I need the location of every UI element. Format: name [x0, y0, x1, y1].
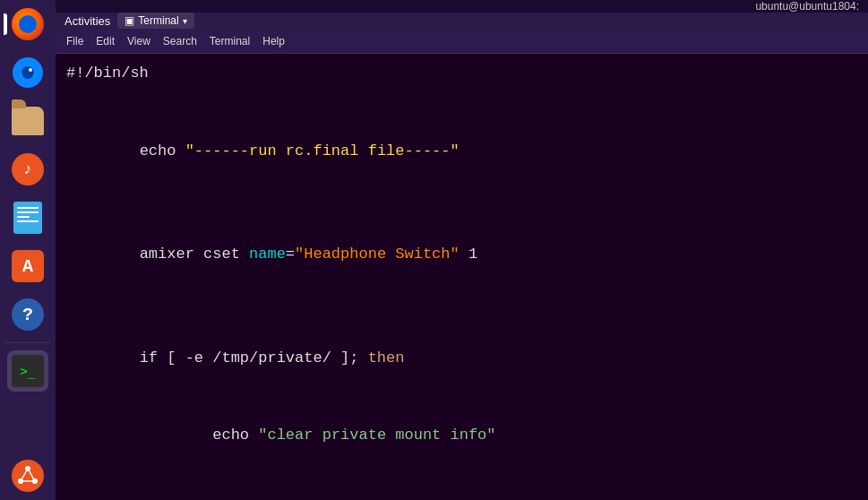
firefox-icon — [12, 8, 44, 40]
menu-view[interactable]: View — [124, 33, 154, 49]
terminal-menubar: File Edit View Search Terminal Help — [56, 29, 868, 54]
menu-search[interactable]: Search — [159, 33, 201, 49]
then-keyword: then — [368, 349, 405, 366]
svg-point-1 — [21, 66, 34, 79]
code-line-6 — [66, 294, 857, 320]
terminal-body[interactable]: #!/bin/sh echo "------run rc.final file-… — [56, 54, 868, 500]
if-text: if [ -e /tmp/private/ ]; — [140, 349, 368, 366]
amixer-text: amixer cset — [140, 246, 249, 263]
num-1: 1 — [460, 246, 477, 263]
terminal-window: File Edit View Search Terminal Help #!/b… — [56, 29, 868, 500]
menu-edit[interactable]: Edit — [92, 33, 118, 49]
topbar-user: ubuntu@ubuntu1804: — [755, 0, 859, 13]
ubuntu-icon — [12, 460, 44, 492]
terminal-tab-arrow: ▾ — [183, 16, 187, 26]
menu-terminal[interactable]: Terminal — [206, 33, 254, 49]
code-line-7: if [ -e /tmp/private/ ]; then — [66, 320, 857, 398]
topbar: ubuntu@ubuntu1804: — [56, 0, 868, 13]
files-icon — [12, 107, 44, 135]
echo-string: "------run rc.final file-----" — [185, 142, 460, 159]
sidebar-item-music[interactable]: ♪ — [7, 149, 48, 190]
activities-bar: Activities ▣ Terminal ▾ — [56, 13, 868, 29]
terminal-tab-icon: ▣ — [125, 14, 134, 27]
sidebar-divider — [5, 342, 50, 343]
headphone-string: "Headphone Switch" — [295, 246, 460, 263]
sidebar-item-help[interactable]: ? — [7, 294, 48, 335]
sidebar-item-firefox[interactable] — [7, 4, 48, 45]
indent-1 — [140, 427, 213, 444]
terminal-tab-label: Terminal — [138, 14, 178, 27]
activities-button[interactable]: Activities — [64, 14, 110, 28]
code-line-4 — [66, 190, 857, 216]
echo-keyword: echo — [140, 142, 185, 159]
code-line-1: #!/bin/sh — [66, 61, 857, 87]
ubuntu-logo-icon — [15, 463, 40, 488]
sidebar-item-text-editor[interactable] — [7, 197, 48, 238]
name-keyword: name — [249, 246, 286, 263]
code-line-5: amixer cset name="Headphone Switch" 1 — [66, 216, 857, 294]
code-line-3: echo "------run rc.final file-----" — [66, 113, 857, 191]
echo-2: echo — [212, 427, 258, 444]
text-editor-icon — [13, 202, 42, 234]
software-icon: A — [12, 250, 44, 282]
svg-point-2 — [29, 68, 32, 72]
equals-sign: = — [286, 246, 295, 263]
menu-file[interactable]: File — [63, 33, 87, 49]
menu-help[interactable]: Help — [259, 33, 288, 49]
terminal-sidebar-icon: >_ — [12, 355, 44, 387]
code-line-8: echo "clear private mount info" — [66, 398, 857, 476]
help-icon: ? — [12, 298, 44, 331]
code-line-9: umount /tmp/private/ — [66, 475, 857, 500]
terminal-tab[interactable]: ▣ Terminal ▾ — [117, 13, 193, 29]
thunderbird-icon — [12, 56, 44, 89]
main-area: ubuntu@ubuntu1804: Activities ▣ Terminal… — [56, 0, 868, 500]
code-line-2 — [66, 87, 857, 113]
sidebar-item-mail[interactable] — [7, 52, 48, 93]
sidebar-item-files[interactable] — [7, 100, 48, 142]
sidebar-item-ubuntu-software[interactable] — [7, 455, 48, 496]
sidebar: ♪ A ? >_ — [0, 0, 56, 500]
rhythmbox-icon: ♪ — [12, 153, 44, 185]
sidebar-item-terminal[interactable]: >_ — [7, 350, 48, 392]
sidebar-item-software[interactable]: A — [7, 246, 48, 287]
clear-string: "clear private mount info" — [258, 427, 495, 444]
